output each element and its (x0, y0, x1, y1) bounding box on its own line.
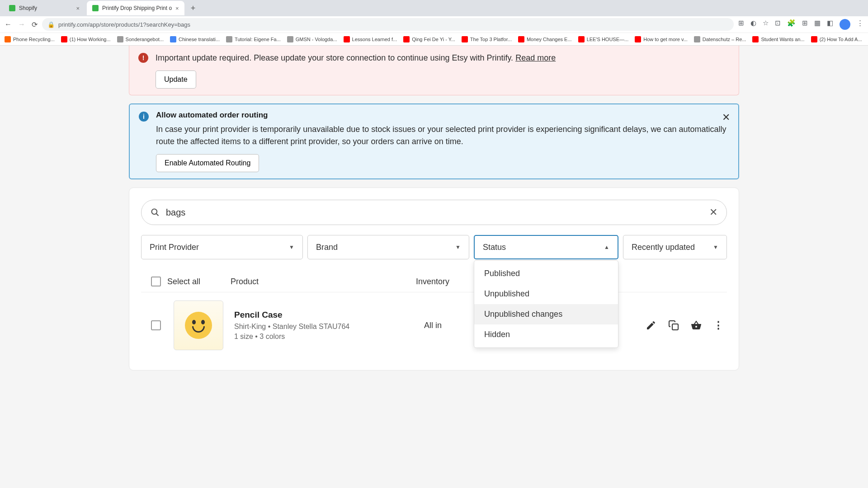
back-button[interactable]: ← (5, 20, 12, 29)
bookmark-item[interactable]: Student Wants an... (752, 36, 804, 42)
filter-label: Status (483, 243, 506, 252)
product-provider: Shirt-King • Stanley Stella STAU764 (234, 323, 424, 331)
clear-search-icon[interactable]: ✕ (709, 206, 717, 218)
browser-tab-shopify[interactable]: Shopify × (4, 1, 85, 15)
url-text: printify.com/app/store/products/1?search… (58, 21, 190, 28)
bookmark-item[interactable]: Money Changes E... (518, 36, 572, 42)
filters-row: Print Provider ▼ Brand ▼ Status ▲ Publis… (141, 235, 727, 259)
alert-text: In case your print provider is temporari… (156, 123, 729, 148)
bookmark-item[interactable]: LEE'S HOUSE—... (578, 36, 629, 42)
close-icon[interactable]: × (76, 5, 80, 12)
copy-icon[interactable] (668, 320, 679, 331)
read-more-link[interactable]: Read more (515, 53, 556, 62)
warning-icon: ! (138, 53, 148, 63)
filter-label: Print Provider (150, 243, 199, 252)
status-option-unpublished[interactable]: Unpublished (474, 284, 618, 304)
product-row: Pencil Case Shirt-King • Stanley Stella … (141, 292, 727, 358)
table-header: Select all Product Inventory (141, 271, 727, 292)
smiley-icon (185, 312, 212, 339)
product-thumbnail[interactable] (174, 300, 223, 350)
filter-label: Recently updated (632, 243, 695, 252)
address-bar: ← → ⟳ 🔒 printify.com/app/store/products/… (0, 16, 868, 33)
filter-label: Brand (316, 243, 338, 252)
status-option-published[interactable]: Published (474, 263, 618, 284)
forward-button[interactable]: → (18, 20, 25, 29)
bookmark-item[interactable]: (1) How Working... (61, 36, 111, 42)
product-name: Pencil Case (234, 310, 424, 320)
browser-tab-printify[interactable]: Printify Drop Shipping Print o × (87, 1, 184, 15)
menu-icon[interactable]: ⋮ (857, 19, 863, 30)
tab-title: Printify Drop Shipping Print o (102, 5, 172, 11)
caret-down-icon: ▼ (713, 244, 718, 250)
user-avatar[interactable] (840, 19, 850, 30)
nav-arrows: ← → ⟳ (5, 20, 38, 29)
alert-text: Important update required. Please update… (156, 53, 556, 62)
tab-bar: Shopify × Printify Drop Shipping Print o… (0, 0, 868, 16)
favicon-icon (9, 5, 15, 11)
new-tab-button[interactable]: + (186, 4, 200, 13)
svg-line-1 (156, 214, 159, 216)
extension-icon[interactable]: ⊡ (775, 19, 781, 30)
update-button[interactable]: Update (156, 70, 196, 89)
close-icon[interactable]: × (175, 5, 179, 12)
caret-up-icon: ▲ (604, 244, 609, 250)
extension-icons: ⊞ ◐ ☆ ⊡ 🧩 ⊞ ▦ ◧ ⋮ (738, 19, 863, 30)
close-icon[interactable]: ✕ (722, 112, 730, 123)
tab-title: Shopify (19, 5, 37, 11)
product-actions: ⋮ (646, 319, 723, 331)
browser-chrome: Shopify × Printify Drop Shipping Print o… (0, 0, 868, 46)
favicon-icon (92, 5, 99, 11)
status-dropdown: Published Unpublished Unpublished change… (474, 260, 618, 348)
bookmark-bar: Phone Recycling... (1) How Working... So… (0, 33, 868, 45)
edit-icon[interactable] (646, 320, 656, 331)
enable-routing-button[interactable]: Enable Automated Routing (156, 154, 259, 172)
bookmark-item[interactable]: Lessons Learned f... (344, 36, 397, 42)
col-product-header: Product (226, 277, 416, 286)
bookmark-item[interactable]: Tutorial: Eigene Fa... (226, 36, 281, 42)
select-all-label: Select all (167, 277, 226, 286)
bookmark-item[interactable]: Phone Recycling... (5, 36, 55, 42)
info-icon: i (139, 112, 149, 122)
caret-down-icon: ▼ (455, 244, 461, 250)
extension-icon[interactable]: ▦ (814, 19, 821, 30)
bookmark-item[interactable]: The Top 3 Platfor... (462, 36, 512, 42)
url-input[interactable]: 🔒 printify.com/app/store/products/1?sear… (42, 18, 734, 31)
product-panel: ✕ Print Provider ▼ Brand ▼ Status ▲ (129, 188, 739, 371)
filter-sort[interactable]: Recently updated ▼ (623, 235, 727, 259)
bookmark-item[interactable]: Datenschutz – Re... (694, 36, 746, 42)
status-option-hidden[interactable]: Hidden (474, 324, 618, 345)
bookmark-item[interactable]: Qing Fei De Yi - Y... (403, 36, 455, 42)
extension-icon[interactable]: ◐ (750, 19, 756, 30)
bookmark-item[interactable]: GMSN - Vologda... (287, 36, 337, 42)
search-wrap: ✕ (141, 200, 727, 225)
reload-button[interactable]: ⟳ (32, 20, 38, 29)
page-body: ! Important update required. Please upda… (0, 46, 868, 371)
caret-down-icon: ▼ (289, 244, 294, 250)
lock-icon: 🔒 (47, 21, 55, 28)
basket-icon[interactable] (691, 320, 702, 331)
select-all-checkbox[interactable] (151, 277, 161, 286)
alert-info: ✕ i Allow automated order routing In cas… (129, 103, 739, 179)
bookmark-item[interactable]: How to get more v... (635, 36, 688, 42)
product-variants: 1 size • 3 colors (234, 333, 424, 341)
alert-title: Allow automated order routing (156, 111, 729, 120)
extension-icon[interactable]: ⊞ (738, 19, 744, 30)
filter-print-provider[interactable]: Print Provider ▼ (141, 235, 303, 259)
more-icon[interactable]: ⋮ (713, 319, 723, 331)
extension-icon[interactable]: 🧩 (787, 19, 796, 30)
extension-icon[interactable]: ◧ (827, 19, 833, 30)
row-checkbox[interactable] (151, 320, 161, 330)
extension-icon[interactable]: ⊞ (802, 19, 808, 30)
alert-warning: ! Important update required. Please upda… (129, 46, 739, 95)
filter-status[interactable]: Status ▲ (474, 235, 618, 259)
star-icon[interactable]: ☆ (763, 19, 769, 30)
filter-brand[interactable]: Brand ▼ (307, 235, 469, 259)
svg-point-0 (152, 209, 157, 215)
bookmark-item[interactable]: (2) How To Add A... (811, 36, 862, 42)
status-option-unpublished-changes[interactable]: Unpublished changes (474, 304, 618, 324)
bookmark-item[interactable]: Chinese translati... (170, 36, 220, 42)
search-icon (151, 208, 160, 217)
svg-rect-2 (672, 324, 678, 330)
bookmark-item[interactable]: Sonderangebot... (117, 36, 164, 42)
search-input[interactable] (160, 207, 709, 218)
